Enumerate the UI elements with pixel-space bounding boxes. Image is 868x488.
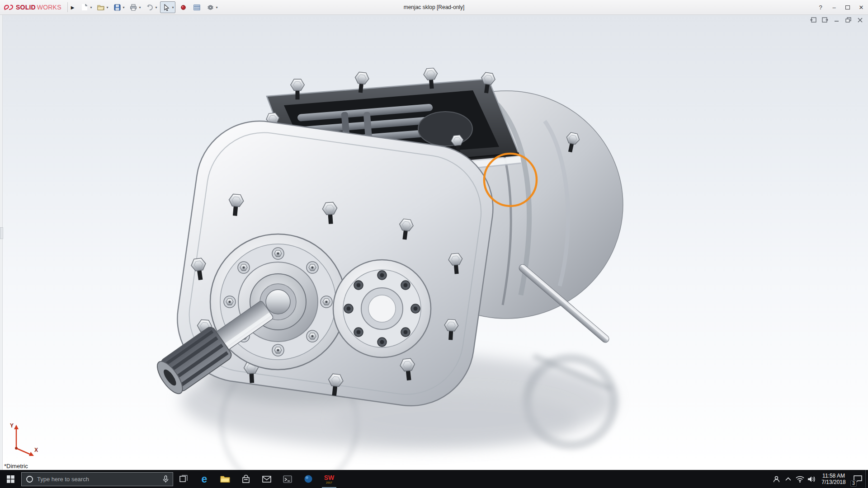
minimize-button[interactable]: – (827, 0, 841, 15)
next-window-icon[interactable] (821, 17, 828, 23)
doc-restore-icon[interactable] (845, 17, 852, 23)
store-bag-icon (242, 475, 250, 483)
new-file-button[interactable]: ▾ (79, 2, 93, 13)
wifi-icon (796, 476, 804, 483)
dropdown-caret-icon[interactable]: ▾ (106, 5, 108, 9)
record-button[interactable] (177, 2, 189, 13)
save-button[interactable]: ▾ (111, 2, 126, 13)
maximize-icon (845, 5, 850, 9)
clock-date: 7/13/2018 (817, 479, 850, 485)
edge-button[interactable]: e (194, 470, 215, 488)
undo-icon (145, 3, 154, 12)
app-icon (304, 474, 313, 483)
table-grid-icon (192, 3, 201, 12)
save-icon (113, 3, 122, 12)
feature-panel-strip (0, 15, 3, 470)
maximize-button[interactable] (841, 0, 854, 15)
triad-y-label: Y (10, 422, 14, 429)
solidworks-window: SOLIDWORKS ▶ ▾ ▾ ▾ (0, 0, 868, 488)
edge-icon: e (202, 474, 208, 484)
open-button[interactable]: ▾ (95, 2, 109, 13)
record-dot-icon (179, 3, 188, 12)
chevron-up-icon (785, 477, 791, 481)
close-button[interactable]: ✕ (854, 0, 868, 15)
document-window-controls (810, 17, 863, 23)
options-button[interactable]: ▾ (204, 2, 219, 13)
new-file-icon (80, 3, 89, 12)
dropdown-caret-icon[interactable]: ▾ (155, 5, 157, 9)
taskbar-search[interactable] (21, 472, 173, 486)
windows-logo-icon (7, 475, 14, 483)
windows-taskbar: e (0, 470, 868, 488)
open-icon (96, 3, 105, 12)
dassault-ds-icon (4, 4, 14, 11)
select-tool-button[interactable]: ▾ (160, 1, 175, 13)
window-controls: ? – ✕ (814, 0, 868, 15)
store-button[interactable] (236, 470, 256, 488)
folder-icon (220, 475, 230, 483)
solidworks-logo: SOLIDWORKS (0, 4, 64, 11)
mail-envelope-icon (262, 476, 271, 483)
dropdown-caret-icon[interactable]: ▾ (172, 5, 174, 9)
previous-window-icon[interactable] (810, 17, 816, 23)
show-desktop-button[interactable] (865, 470, 868, 488)
orientation-triad: Y X (5, 420, 43, 458)
people-button[interactable] (770, 470, 782, 488)
person-icon (773, 475, 780, 483)
start-button[interactable] (0, 470, 21, 488)
task-view-icon (179, 474, 188, 483)
dropdown-caret-icon[interactable]: ▾ (139, 5, 141, 9)
speaker-icon (807, 476, 816, 483)
mail-button[interactable] (256, 470, 277, 488)
solidworks-app-icon: SW 2017 (324, 474, 335, 484)
dropdown-caret-icon[interactable]: ▾ (90, 5, 92, 9)
design-table-button[interactable] (191, 2, 203, 13)
titlebar-separator (67, 2, 68, 12)
quick-access-toolbar: ▾ ▾ ▾ ▾ ▾ (79, 1, 219, 13)
doc-minimize-icon[interactable] (833, 17, 840, 23)
titlebar: SOLIDWORKS ▶ ▾ ▾ ▾ (0, 0, 868, 15)
file-explorer-button[interactable] (215, 470, 236, 488)
brand-solid: SOLID (16, 4, 36, 11)
help-button[interactable]: ? (814, 0, 827, 15)
undo-button[interactable]: ▾ (144, 2, 158, 13)
taskbar-clock[interactable]: 11:58 AM 7/13/2018 (817, 473, 850, 485)
print-icon (129, 3, 138, 12)
app-button[interactable] (298, 470, 319, 488)
volume-button[interactable] (806, 470, 817, 488)
cortana-ring-icon (26, 475, 33, 483)
solidworks-taskbar-button[interactable]: SW 2017 (319, 470, 340, 488)
print-button[interactable]: ▾ (127, 2, 142, 13)
clock-time: 11:58 AM (817, 473, 850, 479)
task-view-button[interactable] (173, 470, 194, 488)
brand-works: WORKS (37, 4, 61, 11)
search-input[interactable] (37, 476, 159, 483)
system-tray: 11:58 AM 7/13/2018 3 (770, 470, 868, 488)
console-button[interactable] (277, 470, 298, 488)
console-icon (283, 475, 292, 483)
doc-close-icon[interactable] (857, 17, 863, 23)
graphics-viewport[interactable]: Y X *Dimetric (0, 15, 868, 470)
gearbox-model (0, 15, 868, 470)
menu-expand-arrow-icon[interactable]: ▶ (71, 5, 75, 10)
network-button[interactable] (794, 470, 806, 488)
front-housing (169, 113, 501, 414)
notification-badge: 3 (850, 480, 857, 487)
action-center-button[interactable]: 3 (850, 470, 865, 488)
document-title: menjac sklop [Read-only] (404, 0, 465, 15)
select-arrow-icon (162, 3, 171, 12)
microphone-icon[interactable] (163, 475, 169, 483)
view-orientation-label: *Dimetric (4, 463, 28, 469)
tray-overflow-button[interactable] (782, 470, 794, 488)
panel-collapse-handle[interactable] (0, 227, 3, 239)
triad-x-label: X (34, 447, 38, 453)
dropdown-caret-icon[interactable]: ▾ (123, 5, 124, 9)
input-flange (210, 234, 346, 370)
dropdown-caret-icon[interactable]: ▾ (216, 5, 217, 9)
gear-icon (206, 3, 215, 12)
secondary-flange (333, 260, 431, 357)
